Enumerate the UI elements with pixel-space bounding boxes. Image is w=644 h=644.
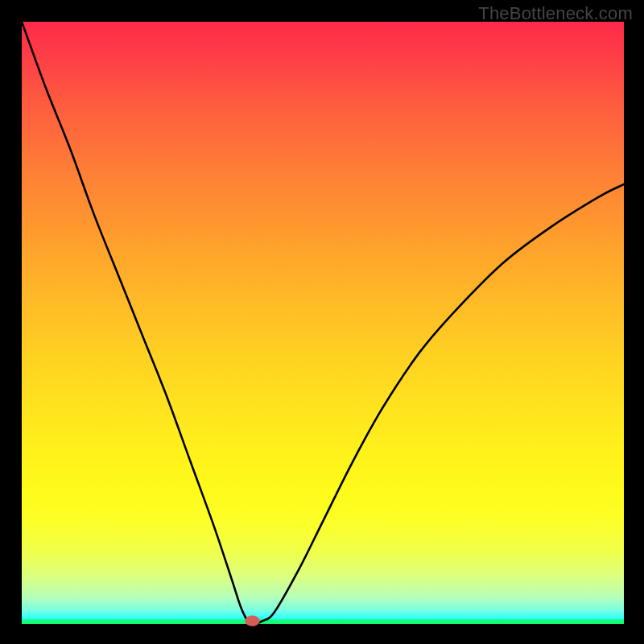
bottleneck-marker [245, 616, 259, 626]
bottleneck-curve [22, 22, 624, 625]
watermark-text: TheBottleneck.com [478, 3, 633, 24]
chart-frame: TheBottleneck.com [0, 0, 644, 644]
plot-area [22, 22, 624, 624]
chart-svg [22, 22, 624, 624]
